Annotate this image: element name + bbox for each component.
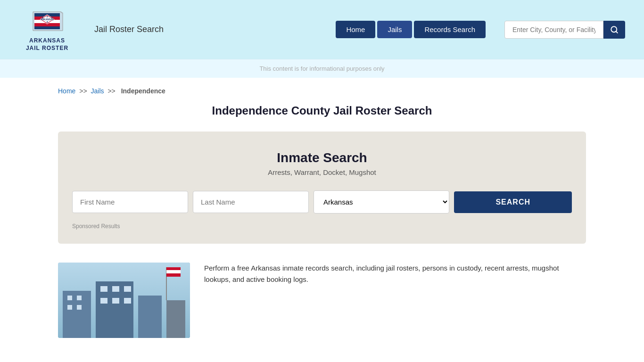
main-content: Home >> Jails >> Independence Independen… (39, 78, 605, 357)
svg-rect-25 (124, 286, 131, 292)
breadcrumb-sep1: >> (79, 87, 87, 95)
svg-rect-23 (100, 286, 107, 292)
svg-rect-18 (166, 300, 185, 338)
bottom-description: Perform a free Arkansas inmate records s… (204, 263, 586, 285)
last-name-input[interactable] (193, 191, 309, 213)
breadcrumb: Home >> Jails >> Independence (58, 87, 586, 95)
svg-rect-32 (166, 273, 181, 277)
site-title: Jail Roster Search (94, 25, 322, 34)
building-illustration (58, 263, 190, 338)
sponsored-label: Sponsored Results (72, 223, 572, 230)
svg-rect-22 (77, 305, 82, 310)
inmate-search-button[interactable]: SEARCH (454, 191, 572, 213)
svg-rect-28 (124, 298, 131, 304)
nav-home-button[interactable]: Home (336, 21, 375, 38)
svg-rect-26 (100, 298, 107, 304)
svg-rect-21 (67, 305, 72, 310)
breadcrumb-current: Independence (121, 87, 165, 95)
inmate-search-subtitle: Arrests, Warrant, Docket, Mugshot (72, 168, 572, 176)
header-search-bar (504, 21, 625, 39)
nav-jails-button[interactable]: Jails (377, 21, 412, 38)
svg-rect-20 (77, 296, 82, 300)
inmate-search-title: Inmate Search (72, 150, 572, 165)
state-select[interactable]: Arkansas (314, 190, 449, 214)
svg-rect-19 (67, 296, 72, 300)
svg-rect-17 (138, 296, 162, 338)
logo-text: ARKANSAS JAIL ROSTER (26, 37, 68, 52)
svg-line-13 (616, 31, 617, 33)
svg-rect-31 (166, 270, 181, 273)
page-title: Independence County Jail Roster Search (58, 104, 586, 117)
inmate-search-box: Inmate Search Arrests, Warrant, Docket, … (58, 132, 586, 244)
info-bar-text: This content is for informational purpos… (259, 65, 384, 72)
inmate-search-form: Arkansas SEARCH (72, 190, 572, 214)
nav-records-button[interactable]: Records Search (414, 21, 486, 38)
header-search-input[interactable] (504, 21, 603, 39)
breadcrumb-sep2: >> (107, 87, 115, 95)
site-header: ARKANSAS ★ ★ ★ ★ ARKANSAS JAIL ROSTER Ja… (0, 0, 644, 59)
header-search-button[interactable] (603, 21, 625, 39)
svg-rect-27 (112, 298, 119, 304)
first-name-input[interactable] (72, 191, 188, 213)
bottom-section: Perform a free Arkansas inmate records s… (58, 258, 586, 338)
svg-rect-24 (112, 286, 119, 292)
breadcrumb-jails-link[interactable]: Jails (91, 87, 104, 95)
breadcrumb-home-link[interactable]: Home (58, 87, 75, 95)
logo-area: ARKANSAS ★ ★ ★ ★ ARKANSAS JAIL ROSTER (19, 7, 75, 52)
bottom-image (58, 263, 190, 338)
info-bar: This content is for informational purpos… (0, 59, 644, 78)
search-icon (610, 25, 619, 34)
main-nav: Home Jails Records Search (336, 21, 486, 38)
logo-icon: ARKANSAS ★ ★ ★ ★ (31, 7, 64, 35)
